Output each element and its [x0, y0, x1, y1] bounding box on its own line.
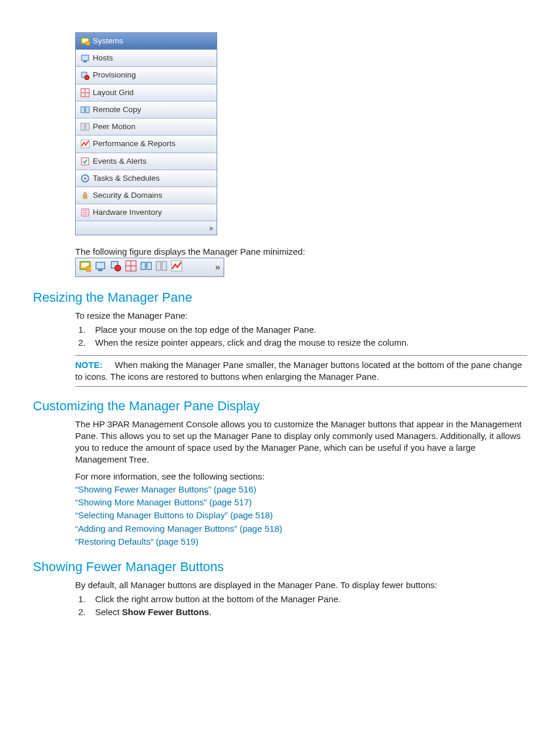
mini-icon-remote-copy[interactable] [140, 260, 152, 275]
nav-item-label: Peer Motion [93, 121, 136, 132]
remote-copy-icon [80, 105, 90, 114]
mini-icon-provisioning[interactable] [110, 260, 122, 275]
note-label: NOTE: [75, 360, 103, 370]
provisioning-icon [110, 260, 122, 272]
remote-copy-icon [140, 260, 152, 272]
layout-grid-icon [125, 260, 137, 272]
fewer-intro: By default, all Manager buttons are disp… [75, 579, 527, 591]
nav-item-label: Hosts [93, 53, 113, 63]
note-box: NOTE: When making the Manager Pane small… [75, 355, 527, 387]
fewer-step-2: Select Show Fewer Buttons. [88, 606, 527, 618]
systems-icon [79, 260, 91, 272]
nav-item-remote-copy[interactable]: Remote Copy [76, 102, 217, 119]
hosts-icon [95, 260, 106, 272]
xref-link-2[interactable]: “Selecting Manager Buttons to Display” (… [75, 510, 273, 520]
nav-item-label: Remote Copy [93, 104, 141, 115]
heading-customizing: Customizing the Manager Pane Display [33, 397, 527, 415]
peer-motion-icon [80, 122, 90, 131]
resizing-step-1: Place your mouse on the top edge of the … [88, 324, 527, 336]
heading-fewer: Showing Fewer Manager Buttons [33, 558, 527, 576]
mini-icon-systems[interactable] [79, 260, 91, 275]
nav-item-label: Performance & Reports [93, 139, 176, 149]
mini-expand-button[interactable]: » [215, 261, 220, 273]
security-icon [80, 191, 90, 200]
fewer-step-1: Click the right arrow button at the bott… [88, 593, 527, 605]
events-icon [80, 157, 90, 166]
nav-item-provisioning[interactable]: Provisioning [76, 67, 217, 84]
nav-item-label: Security & Domains [93, 190, 163, 201]
nav-item-label: Events & Alerts [93, 156, 147, 167]
nav-item-systems[interactable]: Systems [76, 33, 217, 50]
nav-item-security[interactable]: Security & Domains [76, 187, 217, 204]
mini-icon-hosts[interactable] [95, 260, 106, 275]
resizing-step-2: When the resize pointer appears, click a… [88, 337, 527, 349]
heading-resizing: Resizing the Manager Pane [33, 289, 527, 306]
nav-item-events[interactable]: Events & Alerts [76, 153, 217, 170]
xref-link-3[interactable]: “Adding and Removing Manager Buttons” (p… [75, 524, 282, 534]
nav-item-label: Systems [93, 36, 123, 46]
note-text: When making the Manager Pane smaller, th… [75, 360, 522, 382]
nav-item-label: Layout Grid [93, 87, 134, 98]
mini-icon-peer-motion[interactable] [156, 260, 167, 275]
mini-icon-performance[interactable] [171, 260, 183, 275]
performance-icon [171, 260, 183, 272]
layout-grid-icon [80, 88, 90, 97]
nav-item-layout-grid[interactable]: Layout Grid [76, 85, 217, 102]
customizing-para: The HP 3PAR Management Console allows yo… [75, 418, 527, 466]
caption-minimized: The following figure displays the Manage… [75, 246, 527, 258]
nav-item-label: Tasks & Schedules [93, 173, 160, 184]
hardware-icon [80, 208, 90, 217]
manager-pane-minimized: » [75, 258, 224, 277]
nav-expand-button[interactable]: » [76, 221, 217, 234]
xref-link-1[interactable]: “Showing More Manager Buttons” (page 517… [75, 497, 252, 507]
hosts-icon [80, 53, 90, 63]
nav-item-performance[interactable]: Performance & Reports [76, 136, 217, 153]
nav-item-tasks[interactable]: Tasks & Schedules [76, 170, 217, 187]
tasks-icon [80, 174, 90, 183]
nav-item-hardware[interactable]: Hardware Inventory [76, 204, 217, 221]
provisioning-icon [80, 71, 90, 80]
nav-item-peer-motion[interactable]: Peer Motion [76, 119, 217, 136]
systems-icon [80, 36, 90, 46]
xref-link-4[interactable]: “Restoring Defaults” (page 519) [75, 536, 198, 546]
customizing-more-info: For more information, see the following … [75, 471, 527, 482]
peer-motion-icon [156, 260, 167, 272]
fewer-steps: Click the right arrow button at the bott… [88, 593, 527, 619]
nav-item-label: Hardware Inventory [93, 207, 162, 218]
resizing-intro: To resize the Manager Pane: [75, 310, 527, 322]
manager-pane-expanded: SystemsHostsProvisioningLayout GridRemot… [75, 32, 217, 235]
xref-link-0[interactable]: “Showing Fewer Manager Buttons” (page 51… [75, 484, 257, 494]
resizing-steps: Place your mouse on the top edge of the … [88, 324, 527, 349]
nav-item-hosts[interactable]: Hosts [76, 50, 217, 67]
performance-icon [80, 139, 90, 148]
nav-item-label: Provisioning [93, 70, 136, 80]
mini-icon-layout-grid[interactable] [125, 260, 137, 275]
